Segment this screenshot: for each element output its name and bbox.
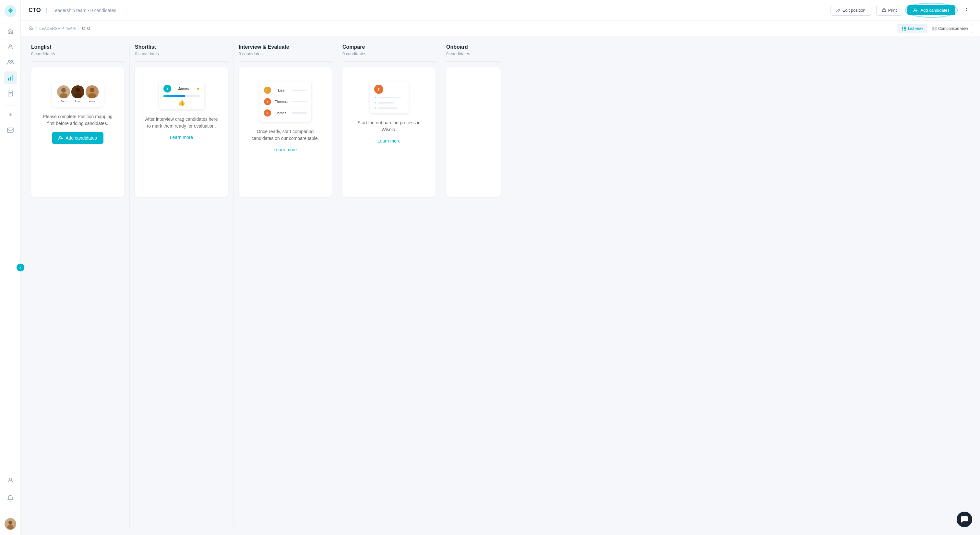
breadcrumb-sep-2: / [78, 26, 80, 31]
shortlist-count: 0 candidates [135, 51, 228, 56]
sidebar-ai-icon[interactable]: ✳ [4, 108, 17, 121]
user-avatar[interactable] [5, 518, 16, 530]
shortlist-bar-bg [164, 95, 200, 97]
svg-rect-7 [12, 75, 13, 80]
shortlist-learn-more[interactable]: Learn more [170, 135, 193, 140]
list-view-button[interactable]: List view [898, 24, 927, 33]
chat-icon [961, 516, 968, 523]
sidebar-bell-icon[interactable] [4, 492, 17, 505]
avatar-lisa [72, 85, 84, 98]
svg-point-34 [88, 93, 96, 98]
interview-name-thomas: Thomas [274, 100, 289, 104]
svg-point-31 [74, 93, 82, 98]
svg-point-14 [7, 525, 14, 530]
sidebar-notes-icon[interactable] [4, 87, 17, 100]
longlist-column: Longlist 0 candidates [26, 44, 130, 527]
compare-check-1: ✓ [374, 96, 377, 99]
interview-line-lisa [291, 89, 307, 91]
svg-rect-21 [904, 28, 906, 29]
avatar-chip-jessica: ssica [86, 85, 99, 103]
shortlist-illustration: J James ★ 👍 [159, 81, 204, 109]
interview-preview-list: L Lisa T Thomas J James [259, 81, 311, 122]
longlist-illustration: Jam Lisa [52, 81, 104, 107]
shortlist-candidate-row: J James ★ [164, 85, 200, 93]
breadcrumb-leadership-team[interactable]: LEADERSHIP TEAM [39, 26, 76, 31]
svg-point-30 [76, 88, 80, 92]
interview-name-james: James [274, 111, 289, 115]
interview-header: Interview & Evaluate 0 candidates [239, 44, 332, 56]
interview-avatar-lisa: L [264, 87, 271, 94]
breadcrumb-cto: CTO [82, 26, 90, 31]
svg-rect-8 [8, 91, 13, 96]
list-view-icon [902, 26, 907, 31]
longlist-divider [31, 61, 124, 62]
svg-rect-22 [904, 30, 906, 30]
onboard-header: Onboard 0 candidates [446, 44, 501, 56]
onboard-card [446, 67, 501, 197]
compare-lines: ✓ ✓ ✓ [374, 96, 404, 110]
svg-point-4 [11, 61, 13, 62]
svg-point-27 [61, 88, 66, 93]
sidebar-mail-icon[interactable] [4, 124, 17, 137]
more-options-button[interactable]: ⋮ [961, 5, 972, 16]
print-icon [882, 8, 886, 13]
collapse-button[interactable]: › [16, 264, 24, 271]
app-logo[interactable]: ✳ [5, 5, 16, 17]
longlist-title: Longlist [31, 44, 124, 50]
onboard-column: Onboard 0 candidates [441, 44, 506, 527]
breadcrumb-home[interactable] [29, 26, 33, 31]
svg-text:✳: ✳ [8, 7, 13, 14]
interview-learn-more[interactable]: Learn more [274, 147, 297, 152]
add-candidates-header-button[interactable]: Add candidates [907, 5, 955, 15]
compare-check-2: ✓ [374, 101, 377, 105]
compare-title: Compare [342, 44, 436, 50]
compare-avatar-row: T [374, 85, 404, 94]
svg-rect-17 [902, 27, 903, 27]
compare-count: 0 candidates [342, 51, 436, 56]
svg-rect-18 [902, 28, 903, 29]
onboard-count: 0 candidates [446, 51, 501, 56]
compare-card-container: T ✓ ✓ [342, 67, 436, 197]
sidebar-person-icon[interactable] [4, 40, 17, 53]
chat-bubble-button[interactable] [957, 512, 972, 527]
avatar-chip-lisa: Lisa [72, 85, 84, 103]
print-button[interactable]: Print [876, 5, 902, 16]
onboard-title: Onboard [446, 44, 501, 50]
interview-column: Interview & Evaluate 0 candidates L Lisa [234, 44, 337, 527]
add-candidates-card-button[interactable]: Add candidates [52, 132, 103, 144]
app-layout: ✳ [0, 0, 980, 535]
sidebar-home-icon[interactable] [4, 25, 17, 38]
longlist-header: Longlist 0 candidates [31, 44, 124, 56]
comparison-view-icon [932, 26, 937, 31]
compare-card-text: Start the onboarding process in Wisnio. [350, 120, 428, 133]
sidebar-divider [5, 105, 16, 105]
interview-row-thomas: T Thomas [264, 96, 307, 107]
longlist-card-text: Please complete Position mapping first b… [39, 113, 116, 127]
svg-rect-10 [8, 128, 13, 133]
interview-avatar-thomas: T [264, 98, 271, 105]
add-candidates-card-label: Add candidates [65, 136, 97, 141]
shortlist-avatar: J [164, 85, 171, 93]
compare-preview-card: T ✓ ✓ [370, 81, 409, 113]
shortlist-header: Shortlist 0 candidates [135, 44, 228, 56]
onboard-divider [446, 61, 501, 62]
svg-rect-25 [935, 27, 936, 30]
sidebar-chart-icon[interactable] [4, 72, 17, 85]
compare-learn-more[interactable]: Learn more [377, 138, 401, 144]
interview-line-james [291, 112, 307, 113]
edit-icon [836, 8, 840, 13]
sidebar-team-icon[interactable] [4, 56, 17, 69]
svg-point-3 [8, 61, 10, 62]
svg-rect-23 [932, 27, 933, 30]
svg-rect-6 [10, 77, 11, 80]
breadcrumb-bar: / LEADERSHIP TEAM / CTO List view [21, 21, 980, 36]
page-title: CTO [29, 7, 41, 14]
sidebar: ✳ [0, 0, 21, 535]
comparison-view-button[interactable]: Comparison view [928, 24, 972, 33]
edit-position-button[interactable]: Edit position [830, 5, 871, 16]
interview-illustration: L Lisa T Thomas J James [259, 81, 311, 122]
compare-header: Compare 0 candidates [342, 44, 436, 56]
avatar-jam-name: Jam [60, 100, 66, 103]
svg-rect-19 [902, 30, 903, 30]
sidebar-user-settings-icon[interactable] [4, 474, 17, 487]
